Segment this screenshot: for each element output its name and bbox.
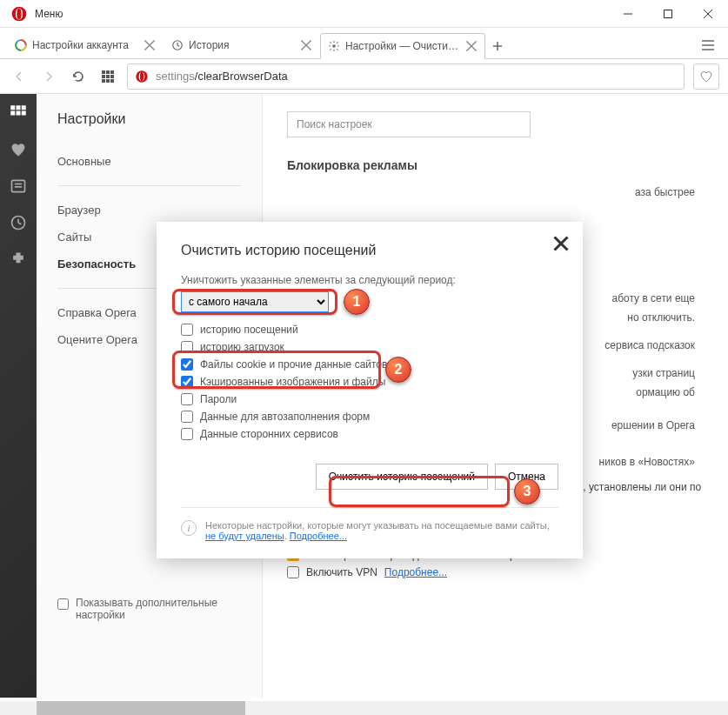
address-field[interactable]: settings/clearBrowserData: [127, 63, 685, 90]
svg-rect-27: [106, 75, 110, 78]
tab-close-icon[interactable]: [144, 39, 156, 51]
tab-close-icon[interactable]: [465, 40, 478, 52]
opt-passwords[interactable]: Пароли: [181, 391, 558, 408]
tab-menu-button[interactable]: [695, 32, 721, 58]
nav-forward-button[interactable]: [38, 66, 59, 87]
opera-o-icon: [135, 70, 149, 84]
opera-logo-icon: [10, 5, 28, 23]
opt-cookies[interactable]: Файлы cookie и прочие данные сайтов: [181, 356, 558, 373]
svg-rect-25: [110, 70, 114, 74]
svg-point-2: [17, 8, 21, 19]
badge-2: 2: [385, 357, 411, 383]
clear-history-dialog: Очистить историю посещений Уничтожить ук…: [157, 222, 583, 558]
advanced-settings-checkbox[interactable]: Показывать дополнительные настройки: [57, 597, 241, 621]
svg-rect-24: [106, 70, 110, 74]
tab-title: Настройки аккаунта: [32, 39, 140, 51]
rail-speed-dial-icon[interactable]: [10, 104, 27, 122]
badge-1: 1: [344, 289, 370, 315]
address-bar: settings/clearBrowserData: [0, 59, 728, 94]
tab-strip: Настройки аккаунта История Настройки — О…: [0, 28, 728, 59]
dialog-info: i Некоторые настройки, которые могут ука…: [181, 507, 558, 541]
ad-block-heading: Блокировка рекламы: [287, 158, 704, 172]
svg-rect-28: [110, 75, 114, 78]
rail-news-icon[interactable]: [10, 177, 27, 195]
svg-rect-26: [102, 75, 105, 78]
svg-line-46: [18, 223, 21, 224]
svg-point-34: [140, 71, 144, 81]
rail-history-icon[interactable]: [10, 214, 27, 231]
clear-button[interactable]: Очистить историю посещений: [316, 464, 488, 490]
tab-history[interactable]: История: [164, 32, 320, 58]
opt-third-party[interactable]: Данные сторонних сервисов: [181, 425, 558, 443]
window-maximize-button[interactable]: [648, 0, 688, 28]
opt-download-history[interactable]: историю загрузок: [181, 338, 558, 356]
window-minimize-button[interactable]: [608, 0, 648, 28]
svg-rect-30: [106, 79, 110, 83]
dialog-close-button[interactable]: [553, 236, 569, 251]
menu-label[interactable]: Меню: [35, 8, 63, 20]
svg-point-15: [332, 44, 336, 48]
svg-rect-23: [102, 70, 105, 74]
sidebar-title: Настройки: [57, 111, 241, 127]
svg-rect-36: [17, 105, 21, 110]
svg-line-12: [177, 45, 179, 46]
opt-browsing-history[interactable]: историю посещений: [181, 321, 558, 338]
reload-button[interactable]: [68, 66, 89, 87]
titlebar: Меню: [0, 0, 728, 28]
sidebar-item-basic[interactable]: Основные: [57, 148, 241, 175]
tab-settings-clear[interactable]: Настройки — Очистить и: [320, 33, 485, 59]
advanced-checkbox-input[interactable]: [57, 598, 69, 610]
vpn-enable-checkbox[interactable]: Включить VPN Подробнее...: [287, 564, 704, 581]
info-icon: i: [181, 520, 197, 536]
tab-google-account[interactable]: Настройки аккаунта: [7, 32, 164, 58]
settings-search-input[interactable]: Поиск настроек: [287, 111, 531, 137]
rail-heart-icon[interactable]: [10, 141, 27, 158]
bookmark-heart-button[interactable]: [693, 63, 719, 90]
tab-close-icon[interactable]: [300, 39, 312, 51]
svg-rect-4: [665, 10, 672, 17]
learn-more-link[interactable]: Подробнее...: [290, 531, 347, 541]
tab-title: История: [189, 39, 297, 51]
svg-rect-29: [102, 79, 105, 83]
svg-rect-35: [10, 105, 15, 110]
dialog-description: Уничтожить указанные элементы за следующ…: [181, 274, 558, 286]
time-period-select[interactable]: с самого начала: [181, 291, 329, 312]
google-icon: [15, 39, 27, 51]
vpn-learn-more-link[interactable]: Подробнее...: [384, 566, 447, 578]
rail-extensions-icon[interactable]: [10, 251, 27, 268]
not-deleted-link[interactable]: не будут удалены: [205, 531, 284, 541]
clock-icon: [171, 39, 184, 51]
svg-rect-40: [22, 111, 26, 116]
speed-dial-button[interactable]: [97, 66, 118, 87]
address-text: settings/clearBrowserData: [156, 70, 288, 83]
horizontal-scrollbar[interactable]: [0, 701, 728, 715]
svg-rect-39: [17, 111, 21, 116]
sidebar-item-browser[interactable]: Браузер: [57, 197, 241, 224]
svg-rect-38: [10, 111, 15, 116]
opt-cached[interactable]: Кэшированные изображения и файлы: [181, 373, 558, 391]
svg-rect-31: [110, 79, 114, 83]
nav-back-button[interactable]: [9, 66, 30, 87]
svg-rect-37: [22, 105, 26, 110]
left-rail: [0, 94, 37, 698]
window-close-button[interactable]: [688, 0, 728, 28]
tab-title: Настройки — Очистить и: [345, 40, 462, 52]
new-tab-button[interactable]: [485, 34, 510, 58]
opt-autofill[interactable]: Данные для автозаполнения форм: [181, 408, 558, 425]
scrollbar-thumb[interactable]: [37, 701, 245, 715]
badge-3: 3: [514, 478, 540, 505]
dialog-title: Очистить историю посещений: [181, 243, 558, 258]
gear-icon: [328, 40, 340, 52]
